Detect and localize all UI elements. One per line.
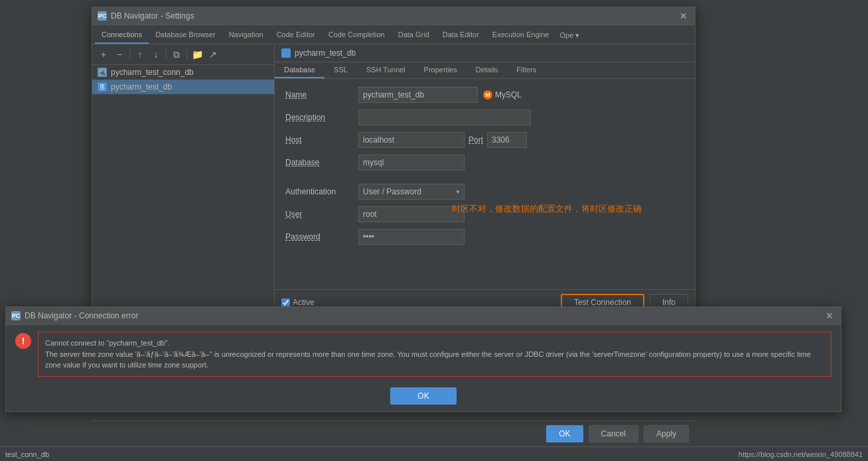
host-input[interactable] <box>358 132 465 148</box>
sidebar-toolbar: + − ↑ ↓ ⧉ 📁 ↗ <box>92 44 274 65</box>
remove-button[interactable]: − <box>112 47 127 62</box>
database-input[interactable] <box>358 155 465 170</box>
dialog-title: DB Navigator - Settings <box>111 11 194 21</box>
form-area: Name M MySQL Description Host <box>275 79 695 289</box>
status-bar: test_conn_db https://blog.csdn.net/weixi… <box>0 446 868 461</box>
settings-dialog: PC DB Navigator - Settings ✕ Connections… <box>92 7 695 318</box>
toolbar-separator-3 <box>186 49 187 60</box>
panel-title-icon <box>281 48 291 58</box>
toolbar-separator-1 <box>129 49 130 60</box>
name-row: Name M MySQL <box>285 87 684 103</box>
auth-label: Authentication <box>285 187 358 196</box>
error-content: ! Cannot connect to "pycharm_test_db". T… <box>6 325 841 383</box>
user-input[interactable] <box>358 206 465 222</box>
error-line2: The server time zone value 'â–’åƒâ–’â–’å… <box>45 349 824 371</box>
inner-tab-ssl[interactable]: SSL <box>325 62 357 78</box>
active-checkbox-label[interactable]: Active <box>281 298 315 307</box>
connection-list: 🔌 pycharm_test_conn_db 🗄 pycharm_test_db <box>92 65 274 315</box>
conn-icon-2: 🗄 <box>98 82 107 92</box>
connection-item-1[interactable]: 🔌 pycharm_test_conn_db <box>92 65 274 80</box>
move-down-button[interactable]: ↓ <box>149 47 163 62</box>
password-row: Password <box>285 229 684 245</box>
tab-database-browser[interactable]: Database Browser <box>149 27 222 44</box>
password-label: Password <box>285 232 358 241</box>
error-footer: OK <box>6 383 841 411</box>
inner-tab-database[interactable]: Database <box>275 62 325 78</box>
tab-connections[interactable]: Connections <box>95 27 149 44</box>
toolbar-separator-2 <box>166 49 167 60</box>
auth-select[interactable]: User / Password <box>358 184 465 200</box>
error-close-button[interactable]: ✕ <box>824 310 835 322</box>
copy-button[interactable]: ⧉ <box>169 47 184 62</box>
error-ok-button[interactable]: OK <box>390 387 456 405</box>
auth-row: Authentication User / Password 时区不对，修改数据… <box>285 184 684 200</box>
host-port-group: Port <box>358 132 527 148</box>
user-label: User <box>285 210 358 219</box>
right-panel: pycharm_test_db Database SSL SSH Tunnel … <box>275 44 695 315</box>
panel-title: pycharm_test_db <box>295 48 356 58</box>
move-button[interactable]: ↗ <box>206 47 220 62</box>
ok-button[interactable]: OK <box>546 425 583 442</box>
tab-data-editor[interactable]: Data Editor <box>436 27 486 44</box>
active-label: Active <box>293 298 315 307</box>
db-type-text: MySQL <box>495 90 522 99</box>
error-message-box: Cannot connect to "pycharm_test_db". The… <box>38 332 832 377</box>
port-input[interactable] <box>487 132 527 148</box>
titlebar-left: PC DB Navigator - Settings <box>98 11 194 21</box>
connection-item-2[interactable]: 🗄 pycharm_test_db <box>92 80 274 94</box>
panel-header: pycharm_test_db <box>275 44 695 62</box>
settings-titlebar: PC DB Navigator - Settings ✕ <box>92 7 695 25</box>
annotation-text: 时区不对，修改数据的配置文件，将时区修改正确 <box>452 203 642 215</box>
error-titlebar: PC DB Navigator - Connection error ✕ <box>6 307 841 325</box>
active-checkbox[interactable] <box>281 298 290 307</box>
db-type-label: M MySQL <box>483 90 522 99</box>
port-label: Port <box>469 135 483 145</box>
tab-more[interactable]: Ope ▾ <box>555 27 583 44</box>
apply-button[interactable]: Apply <box>644 425 689 442</box>
name-label: Name <box>285 90 358 99</box>
auth-select-wrapper: User / Password <box>358 184 465 200</box>
tab-data-grid[interactable]: Data Grid <box>392 27 436 44</box>
tab-execution-engine[interactable]: Execution Engine <box>486 27 556 44</box>
content-area: + − ↑ ↓ ⧉ 📁 ↗ 🔌 pycharm_test_conn_db 🗄 p… <box>92 44 695 315</box>
tab-navigation[interactable]: Navigation <box>222 27 270 44</box>
database-label: Database <box>285 158 358 167</box>
error-dialog: PC DB Navigator - Connection error ✕ ! C… <box>5 306 841 412</box>
app-icon: PC <box>98 11 107 21</box>
tab-code-editor[interactable]: Code Editor <box>270 27 322 44</box>
inner-tab-ssh-tunnel[interactable]: SSH Tunnel <box>357 62 415 78</box>
left-sidebar: + − ↑ ↓ ⧉ 📁 ↗ 🔌 pycharm_test_conn_db 🗄 p… <box>92 44 275 315</box>
mysql-icon: M <box>483 90 492 99</box>
conn-label-2: pycharm_test_db <box>111 82 172 92</box>
error-line1: Cannot connect to "pycharm_test_db". <box>45 338 824 349</box>
status-url: https://blog.csdn.net/weixin_49088841 <box>739 450 863 458</box>
move-up-button[interactable]: ↑ <box>133 47 147 62</box>
host-row: Host Port <box>285 132 684 148</box>
inner-tabs: Database SSL SSH Tunnel Properties Detai… <box>275 62 695 79</box>
cancel-button[interactable]: Cancel <box>589 425 638 442</box>
folder-button[interactable]: 📁 <box>190 47 204 62</box>
add-button[interactable]: + <box>96 47 111 62</box>
conn-icon-1: 🔌 <box>98 68 107 77</box>
main-tab-bar: Connections Database Browser Navigation … <box>92 25 695 44</box>
error-titlebar-left: PC DB Navigator - Connection error <box>11 311 138 320</box>
error-app-icon: PC <box>11 311 21 320</box>
tab-code-completion[interactable]: Code Completion <box>322 27 392 44</box>
database-row: Database <box>285 155 684 170</box>
description-input[interactable] <box>358 109 531 125</box>
close-button[interactable]: ✕ <box>678 10 689 22</box>
error-dialog-title: DB Navigator - Connection error <box>25 311 138 320</box>
host-label: Host <box>285 135 358 145</box>
password-input[interactable] <box>358 229 465 245</box>
error-symbol: ! <box>15 333 31 349</box>
conn-label-1: pycharm_test_conn_db <box>111 68 194 77</box>
inner-tab-properties[interactable]: Properties <box>415 62 467 78</box>
inner-tab-details[interactable]: Details <box>467 62 508 78</box>
spacer-row <box>285 177 684 184</box>
inner-tab-filters[interactable]: Filters <box>507 62 545 78</box>
status-conn-label: test_conn_db <box>5 450 49 458</box>
ok-cancel-bar: OK Cancel Apply <box>92 421 695 446</box>
description-row: Description <box>285 109 684 125</box>
description-label: Description <box>285 113 358 122</box>
name-input[interactable] <box>358 87 478 103</box>
